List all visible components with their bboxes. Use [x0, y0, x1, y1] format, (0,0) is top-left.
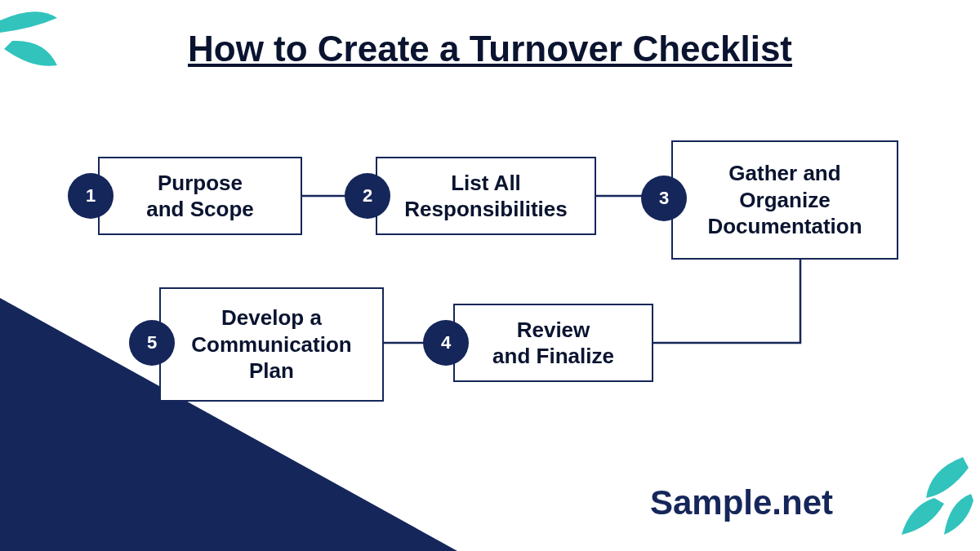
step-number-5: 5: [147, 332, 157, 353]
step-badge-4: 4: [423, 320, 469, 366]
step-badge-2: 2: [345, 173, 390, 219]
step-number-1: 1: [86, 185, 96, 207]
connectors: [0, 0, 980, 551]
step-badge-5: 5: [129, 320, 175, 366]
step-number-4: 4: [441, 332, 451, 353]
step-badge-1: 1: [68, 173, 114, 219]
step-badge-3: 3: [641, 176, 687, 221]
step-number-2: 2: [363, 185, 372, 207]
step-number-3: 3: [659, 188, 669, 209]
